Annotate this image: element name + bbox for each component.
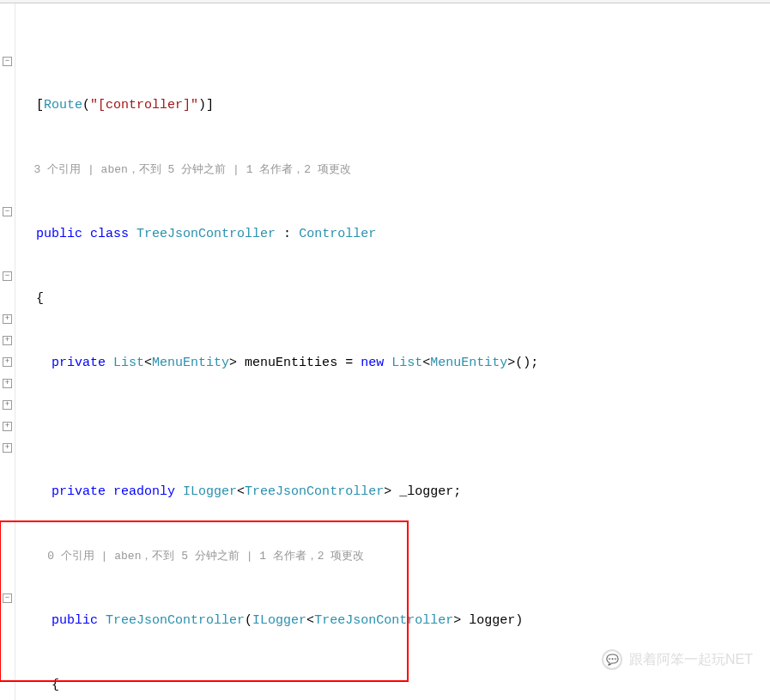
paren-semi: ();: [515, 356, 538, 370]
fold-button[interactable]: −: [3, 57, 12, 66]
bracket: [: [36, 98, 44, 113]
fold-button[interactable]: +: [3, 357, 12, 367]
wechat-icon: 💬: [602, 649, 622, 670]
base-class: Controller: [299, 227, 376, 241]
brace2: {: [52, 678, 59, 692]
watermark: 💬 跟着阿笨一起玩NET: [602, 649, 753, 670]
logger-field: _logger;: [391, 484, 461, 499]
type-list2: List: [391, 356, 422, 370]
kw-private2: private: [52, 484, 106, 499]
type-tjc2: TreeJsonController: [314, 613, 453, 628]
fold-button[interactable]: +: [3, 443, 12, 453]
field-name: menuEntities =: [245, 356, 361, 370]
fold-button[interactable]: +: [3, 400, 12, 410]
type-list: List: [113, 356, 144, 370]
attr-arg: ("[controller]")]: [82, 98, 214, 113]
kw-private: private: [52, 356, 106, 370]
fold-button[interactable]: −: [3, 207, 12, 216]
colon: :: [276, 227, 299, 241]
lt3: <: [237, 484, 245, 499]
kw-class: class: [90, 227, 129, 241]
lt: <: [144, 356, 152, 370]
lt4: <: [306, 613, 314, 628]
gt4: >: [453, 613, 461, 628]
fold-button[interactable]: +: [3, 422, 12, 431]
code-editor: − − − + + + + + + + − [Route("[controlle…: [0, 3, 770, 700]
gt2: >: [507, 356, 515, 370]
kw-public: public: [36, 227, 82, 241]
kw-readonly: readonly: [113, 484, 175, 499]
type-entity2: MenuEntity: [430, 356, 507, 370]
ctor-name: TreeJsonController: [106, 613, 245, 628]
type-tjc: TreeJsonController: [245, 484, 384, 499]
paren: (: [245, 613, 252, 628]
type-ilogger: ILogger: [183, 484, 237, 499]
fold-button[interactable]: +: [3, 314, 12, 324]
kw-new: new: [361, 356, 384, 370]
lt2: <: [422, 356, 430, 370]
type-entity: MenuEntity: [152, 356, 229, 370]
fold-button[interactable]: +: [3, 336, 12, 345]
code-area[interactable]: [Route("[controller]")] 3 个引用 | aben，不到 …: [15, 3, 770, 700]
brace: {: [36, 291, 44, 306]
codelens-ctor[interactable]: 0 个引用 | aben，不到 5 分钟之前 | 1 名作者，2 项更改: [47, 550, 364, 563]
watermark-text: 跟着阿笨一起玩NET: [629, 651, 753, 669]
gutter: − − − + + + + + + + −: [0, 3, 15, 700]
gt3: >: [384, 484, 391, 499]
fold-button[interactable]: −: [3, 593, 12, 603]
attr-route: Route: [44, 98, 82, 113]
ctor-param: logger): [461, 613, 523, 628]
kw-public2: public: [52, 613, 98, 628]
class-name: TreeJsonController: [136, 227, 276, 241]
fold-button[interactable]: +: [3, 379, 12, 388]
codelens-class[interactable]: 3 个引用 | aben，不到 5 分钟之前 | 1 名作者，2 项更改: [34, 163, 351, 176]
fold-button[interactable]: −: [3, 271, 12, 281]
gt: >: [229, 356, 245, 370]
type-ilogger2: ILogger: [252, 613, 306, 628]
